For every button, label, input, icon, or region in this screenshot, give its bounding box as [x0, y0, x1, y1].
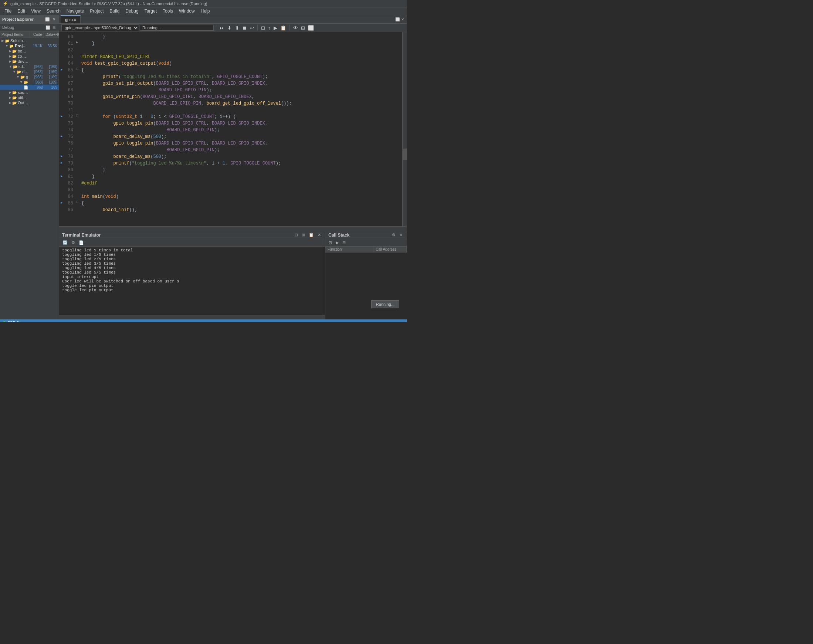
tree-item[interactable]: ▼ 📂 sdk_sample 1 fil [968] [169] — [0, 64, 59, 69]
line-number: 80 — [66, 167, 76, 173]
step-out-button[interactable]: ↑ — [267, 25, 272, 31]
terminal-icon3[interactable]: 📋 — [308, 232, 315, 238]
tab-gpio-c[interactable]: gpio.c — [61, 15, 81, 23]
terminal-title: Terminal Emulator — [62, 233, 101, 238]
line-code: BOARD_LED_GPIO_PIN); — [81, 127, 401, 133]
code-line: 86 board_init(); — [59, 207, 402, 213]
code-line: 68 BOARD_LED_GPIO_PIN); — [59, 87, 402, 94]
line-number: 65 — [66, 67, 76, 74]
line-number: 63 — [66, 54, 76, 60]
terminal-toolbar: 🔄 ⚙ 📄 — [59, 239, 325, 247]
terminal-close[interactable]: ✕ — [316, 232, 322, 238]
terminal-h-scrollbar[interactable] — [59, 315, 325, 319]
tree-item[interactable]: ▶ 📂 drivers 31 files — [0, 59, 59, 64]
menu-project[interactable]: Project — [87, 8, 106, 14]
tree-item[interactable]: 📄 gpio.c m 968 169 — [0, 85, 59, 90]
col-call-address: Call Address — [373, 247, 406, 252]
scrollbar-thumb[interactable] — [403, 149, 406, 160]
terminal-tb2[interactable]: ⚙ — [70, 240, 76, 245]
tree-item[interactable]: ▼ 📂 drivers 1 file [968] [169] — [0, 69, 59, 74]
callstack-tb2[interactable]: ▶ — [334, 240, 340, 245]
terminal-tb1[interactable]: 🔄 — [61, 240, 69, 245]
maximize-editor-button[interactable]: ⬜ — [307, 25, 315, 31]
toolbar-sep2 — [257, 25, 258, 31]
gdb-dot — [3, 321, 6, 322]
tab-maximize-icon[interactable]: ⬜ — [395, 17, 400, 22]
code-view[interactable]: 60 } 61 ▶ } 62 63 #ifdef BOARD_LED_GPIO_… — [59, 32, 402, 226]
editor-horizontal-scrollbar[interactable] — [59, 226, 406, 231]
maximize-icon[interactable]: ⬜ — [45, 17, 50, 22]
debug-bar: Debug ⬜ ⊞ — [0, 24, 59, 31]
step-over-button[interactable]: ⏭ — [218, 25, 225, 31]
code-line: 80 } — [59, 167, 402, 173]
menu-debug[interactable]: Debug — [123, 8, 141, 14]
terminal-line: toggling led 4/5 times — [62, 266, 322, 270]
line-code: } — [81, 40, 401, 47]
tree-item[interactable]: ▼ 📁 Project 'gpio_exa 19.1K 36.5K — [0, 43, 59, 48]
tree-item[interactable]: ▼ 📂 src 1 file [968] [169] — [0, 80, 59, 85]
terminal-output[interactable]: toggling led 5 times in totaltoggling le… — [59, 247, 325, 315]
code-line: 73 gpio_toggle_pin(BOARD_LED_GPIO_CTRL, … — [59, 120, 402, 127]
tree-item[interactable]: ▼ 📂 gpio 1 file [968] [169] — [0, 74, 59, 80]
callstack-header-icons: ⚙ ✕ — [391, 232, 404, 238]
tree-item[interactable]: ▶ 📁 Solution 'gpio_exan — [0, 38, 59, 43]
tree-item[interactable]: ▶ 📂 utils 3 files — [0, 95, 59, 100]
terminal-panel: Terminal Emulator ⊡ ⊞ 📋 ✕ 🔄 ⚙ 📄 — [59, 231, 325, 319]
run-to-cursor-button[interactable]: ▶ — [273, 25, 278, 31]
menu-window[interactable]: Window — [176, 8, 198, 14]
menu-edit[interactable]: Edit — [14, 8, 28, 14]
running-status-input — [140, 25, 214, 31]
tree-item[interactable]: ▶ 📂 components 1 f — [0, 54, 59, 59]
debug-icon2[interactable]: ⊞ — [51, 25, 57, 30]
pause-button[interactable]: ⏸ — [233, 25, 240, 31]
line-number: 66 — [66, 74, 76, 80]
debug-target-select[interactable]: gpio_example - hpm5300evk_Debug — [61, 25, 139, 31]
terminal-button[interactable]: ⊞ — [300, 25, 306, 31]
callstack-settings[interactable]: ⚙ — [391, 232, 397, 238]
menu-file[interactable]: File — [2, 8, 14, 14]
stop-button[interactable]: ⏹ — [241, 25, 248, 31]
debug-maximize-icon[interactable]: ⬜ — [45, 25, 50, 30]
menu-search[interactable]: Search — [44, 8, 64, 14]
tab-close-icon[interactable]: ✕ — [400, 17, 405, 22]
tree-item[interactable]: ▶ 📂 soc 9 files — [0, 90, 59, 95]
menu-build[interactable]: Build — [107, 8, 123, 14]
editor-content-area: 60 } 61 ▶ } 62 63 #ifdef BOARD_LED_GPIO_… — [59, 32, 406, 226]
line-number: 77 — [66, 147, 76, 153]
running-overlay: Running... — [371, 300, 399, 308]
project-explorer-title: Project Explorer — [2, 17, 34, 21]
assembly-button[interactable]: 📋 — [279, 25, 287, 31]
line-number: 60 — [66, 34, 76, 40]
menu-target[interactable]: Target — [142, 8, 160, 14]
callstack-tb1[interactable]: ⊡ — [328, 240, 333, 245]
step-into-button[interactable]: ⬇ — [226, 25, 233, 31]
tree-item[interactable]: ▶ 📂 Output Files — [0, 100, 59, 105]
code-line: ▶ 65 □ { — [59, 67, 402, 74]
terminal-icon2[interactable]: ⊞ — [301, 232, 306, 238]
code-line: 71 — [59, 107, 402, 113]
menu-tools[interactable]: Tools — [160, 8, 176, 14]
debug-label: Debug — [2, 25, 14, 29]
view-options-button[interactable]: 👁 — [292, 25, 299, 31]
terminal-line: user led will be switched on off based o… — [62, 279, 322, 284]
callstack-close[interactable]: ✕ — [398, 232, 404, 238]
menu-view[interactable]: View — [28, 8, 44, 14]
line-code: { — [81, 200, 401, 207]
left-panel: Project Explorer ⬜ ✕ Debug ⬜ ⊞ Project I… — [0, 15, 59, 319]
col-project-items: Project Items — [0, 31, 30, 38]
line-number: 85 — [66, 200, 76, 207]
breakpoint-button[interactable]: ⊡ — [260, 25, 266, 31]
line-number: 74 — [66, 127, 76, 133]
terminal-icon1[interactable]: ⊡ — [293, 232, 299, 238]
line-number: 81 — [66, 173, 76, 180]
window-title: gpio_example - SEGGER Embedded Studio fo… — [10, 2, 207, 6]
restart-button[interactable]: ↩ — [249, 25, 255, 31]
line-code: #endif — [81, 180, 401, 187]
menu-navigate[interactable]: Navigate — [64, 8, 87, 14]
close-icon[interactable]: ✕ — [51, 17, 57, 22]
callstack-tb3[interactable]: ⊞ — [341, 240, 347, 245]
terminal-tb3[interactable]: 📄 — [78, 240, 85, 245]
menu-help[interactable]: Help — [198, 8, 213, 14]
editor-vertical-scrollbar[interactable] — [402, 32, 406, 226]
tree-item[interactable]: ▶ 📂 boards 2 files — [0, 48, 59, 54]
